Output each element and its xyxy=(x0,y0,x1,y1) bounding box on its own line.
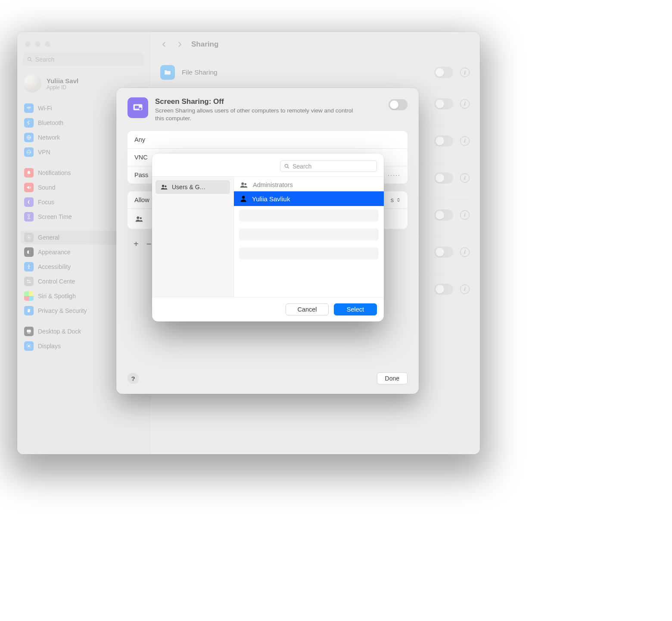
svg-line-23 xyxy=(30,344,31,345)
sliders-icon xyxy=(24,277,34,286)
globe-icon xyxy=(24,133,34,142)
people-icon xyxy=(239,180,249,190)
allow-popup[interactable]: s xyxy=(391,197,401,203)
user-item-selected[interactable]: Yuliia Savliuk xyxy=(234,191,384,206)
picker-search-placeholder: Search xyxy=(292,163,311,170)
svg-point-29 xyxy=(139,107,142,110)
vpn-icon: VPN xyxy=(24,147,34,157)
back-button[interactable] xyxy=(160,41,168,48)
bluetooth-icon xyxy=(24,118,34,128)
siri-icon xyxy=(24,291,34,301)
speaker-icon xyxy=(24,183,34,192)
toggle[interactable] xyxy=(434,172,453,184)
svg-point-31 xyxy=(140,217,142,219)
picker-list: Administrators Yuliia Savliuk xyxy=(234,177,384,297)
list-placeholder xyxy=(239,228,379,240)
people-icon xyxy=(134,214,144,224)
toggle[interactable] xyxy=(434,135,453,147)
svg-line-33 xyxy=(288,167,289,168)
picker-categories: Users & G… xyxy=(152,177,234,297)
person-icon xyxy=(239,194,248,203)
sidebar-search-placeholder: Search xyxy=(35,56,54,63)
search-icon xyxy=(27,56,33,62)
close-icon[interactable] xyxy=(25,41,31,47)
updown-icon xyxy=(396,198,401,202)
svg-point-10 xyxy=(27,280,28,281)
toggle-screen-sharing[interactable] xyxy=(389,99,408,110)
svg-point-7 xyxy=(28,237,30,238)
remove-button[interactable]: − xyxy=(146,239,152,249)
svg-point-36 xyxy=(241,182,244,185)
gear-icon xyxy=(24,233,34,242)
folder-icon xyxy=(160,65,175,80)
minimize-icon[interactable] xyxy=(35,41,40,47)
cancel-button[interactable]: Cancel xyxy=(286,303,329,315)
info-button[interactable]: i xyxy=(460,136,470,146)
row-file-sharing: File Sharing i xyxy=(160,57,470,88)
svg-point-11 xyxy=(29,282,31,284)
avatar xyxy=(23,75,41,93)
info-button[interactable]: i xyxy=(460,99,470,109)
svg-line-21 xyxy=(27,344,28,345)
info-button[interactable]: i xyxy=(460,173,470,183)
list-placeholder xyxy=(239,247,379,259)
select-button[interactable]: Select xyxy=(334,303,377,315)
fullscreen-icon[interactable] xyxy=(45,41,50,47)
done-button[interactable]: Done xyxy=(377,372,408,384)
info-button[interactable]: i xyxy=(460,68,470,77)
screen-sharing-icon xyxy=(128,97,148,118)
row-anyone[interactable]: Any xyxy=(128,131,408,148)
people-icon xyxy=(160,183,168,191)
info-button[interactable]: i xyxy=(460,210,470,220)
svg-point-38 xyxy=(242,196,245,199)
picker-search[interactable]: Search xyxy=(280,160,377,172)
svg-rect-15 xyxy=(28,333,31,334)
list-placeholder xyxy=(239,209,379,222)
password-value: ····· xyxy=(388,172,401,178)
svg-point-0 xyxy=(28,57,31,60)
moon-icon xyxy=(24,197,34,207)
topbar: Sharing xyxy=(150,32,480,57)
sun-icon xyxy=(24,341,34,351)
toggle-file-sharing[interactable] xyxy=(434,67,453,78)
info-button[interactable]: i xyxy=(460,284,470,294)
sidebar-search[interactable]: Search xyxy=(23,53,143,66)
toggle[interactable] xyxy=(434,247,453,258)
svg-line-24 xyxy=(27,347,28,348)
svg-text:VPN: VPN xyxy=(27,152,31,153)
group-administrators[interactable]: Administrators xyxy=(234,178,384,191)
user-name: Yuliia Savl xyxy=(47,77,78,84)
accessibility-icon xyxy=(24,262,34,271)
svg-point-16 xyxy=(28,345,30,347)
sheet-description: Screen Sharing allows users of other com… xyxy=(155,107,362,122)
help-button[interactable]: ? xyxy=(128,373,139,384)
toggle-remote-login[interactable] xyxy=(434,284,453,295)
category-users-groups[interactable]: Users & G… xyxy=(156,180,230,194)
appearance-icon xyxy=(24,247,34,257)
svg-point-37 xyxy=(244,183,246,185)
forward-button[interactable] xyxy=(176,41,184,48)
hand-icon xyxy=(24,306,34,315)
window-controls xyxy=(17,36,149,53)
search-icon xyxy=(284,163,290,169)
svg-rect-28 xyxy=(135,106,139,109)
svg-point-9 xyxy=(28,265,29,265)
svg-line-22 xyxy=(30,347,31,348)
hourglass-icon xyxy=(24,212,34,222)
svg-point-34 xyxy=(162,185,164,187)
sheet-title: Screen Sharing: Off xyxy=(155,97,362,106)
svg-point-32 xyxy=(285,164,288,167)
add-button[interactable]: + xyxy=(134,239,139,249)
bell-icon xyxy=(24,168,34,178)
toggle[interactable] xyxy=(434,209,453,221)
svg-line-1 xyxy=(31,60,32,62)
svg-rect-14 xyxy=(27,330,31,332)
page-title: Sharing xyxy=(191,40,218,49)
dock-icon xyxy=(24,327,34,336)
user-picker-sheet: Search Users & G… Administrators Yuliia … xyxy=(152,153,384,321)
toggle[interactable] xyxy=(434,98,453,109)
svg-point-30 xyxy=(137,217,139,219)
wifi-icon xyxy=(24,103,34,113)
svg-point-35 xyxy=(165,185,166,187)
info-button[interactable]: i xyxy=(460,247,470,257)
